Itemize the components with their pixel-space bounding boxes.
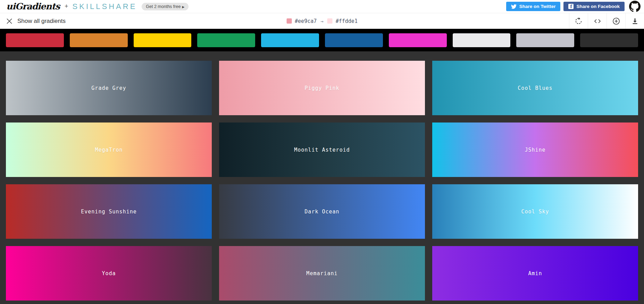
twitter-icon [511,4,517,9]
gradient-card-cool-sky[interactable]: Cool Sky [432,184,638,239]
share-twitter-button[interactable]: Share on Twitter [506,2,561,11]
get-code-button[interactable] [588,13,607,29]
gradient-grid: Grade GreyPiggy PinkCool BluesMegaTronMo… [0,51,644,304]
share-twitter-label: Share on Twitter [519,4,556,9]
selected-gradient-readout: #ee9ca7 → #ffdde1 [286,13,358,29]
toolbar-actions [569,13,644,29]
color-filter-dark-blue[interactable] [325,33,383,47]
color-filter-sky-blue[interactable] [261,33,319,47]
add-icon [612,17,620,25]
gradient-card-label: JShine [525,147,545,153]
color-filter-yellow[interactable] [134,33,192,47]
color-filter-green[interactable] [197,33,255,47]
color-filter-magenta[interactable] [389,33,447,47]
code-icon [594,18,601,25]
close-icon [6,18,12,24]
promo-badge[interactable]: Get 2 months free▶ [142,3,189,10]
arrow-right-icon: → [320,18,323,24]
gradient-card-memariani[interactable]: Memariani [219,246,425,301]
share-facebook-label: Share on Facebook [576,4,620,9]
color-filter-orange[interactable] [70,33,128,47]
refresh-icon [575,17,582,25]
from-color-swatch [286,18,292,24]
add-gradient-button[interactable] [607,13,625,29]
refresh-gradient-button[interactable] [569,13,588,29]
to-color-swatch [327,18,333,24]
gradient-card-jshine[interactable]: JShine [432,123,638,177]
color-filter-grey[interactable] [516,33,574,47]
gradient-card-label: Cool Sky [521,209,549,215]
gradient-card-grade-grey[interactable]: Grade Grey [6,61,212,115]
promo-label: Get 2 months free [146,4,181,9]
header-actions: Share on Twitter f Share on Facebook [506,1,641,12]
gradient-card-label: Dark Ocean [304,209,339,215]
download-gradient-button[interactable] [625,13,644,29]
gradient-card-label: Cool Blues [518,85,552,91]
uigradients-logo[interactable]: uiGradients [6,1,60,11]
app-header: uiGradients + SKILLSHARE Get 2 months fr… [0,0,644,13]
show-all-gradients-button[interactable]: Show all gradients [0,18,66,25]
gradient-card-dark-ocean[interactable]: Dark Ocean [219,184,425,239]
show-all-label: Show all gradients [17,18,66,25]
skillshare-link[interactable]: SKILLSHARE [73,2,137,11]
gradient-card-moonlit-asteroid[interactable]: Moonlit Asteroid [219,123,425,177]
plus-separator: + [65,3,68,10]
gradient-card-evening-sunshine[interactable]: Evening Sunshine [6,184,212,239]
gradient-card-label: Evening Sunshine [81,209,137,215]
gradient-card-megatron[interactable]: MegaTron [6,123,212,177]
gradient-card-label: Memariani [306,270,337,277]
gradient-card-label: Yoda [102,270,116,277]
gradient-card-label: MegaTron [95,147,123,153]
gradient-card-cool-blues[interactable]: Cool Blues [432,61,638,115]
gradient-toolbar: Show all gradients #ee9ca7 → #ffdde1 [0,13,644,29]
color-filter-strip [0,29,644,51]
share-facebook-button[interactable]: f Share on Facebook [563,2,625,11]
color-filter-dark-grey[interactable] [580,33,638,47]
color-filter-red[interactable] [6,33,64,47]
to-hex-value: #ffdde1 [336,18,358,24]
gradient-card-label: Grade Grey [91,85,126,91]
chevron-right-icon: ▶ [182,5,184,9]
color-filter-white[interactable] [453,33,511,47]
gradient-card-label: Amin [528,270,542,277]
gradient-card-amin[interactable]: Amin [432,246,638,301]
github-icon[interactable] [629,1,641,12]
from-hex-value: #ee9ca7 [295,18,317,24]
download-icon [632,18,638,25]
gradient-card-label: Moonlit Asteroid [294,147,350,153]
gradient-card-piggy-pink[interactable]: Piggy Pink [219,61,425,115]
gradient-card-label: Piggy Pink [304,85,339,91]
facebook-icon: f [568,4,574,9]
gradient-card-yoda[interactable]: Yoda [6,246,212,301]
